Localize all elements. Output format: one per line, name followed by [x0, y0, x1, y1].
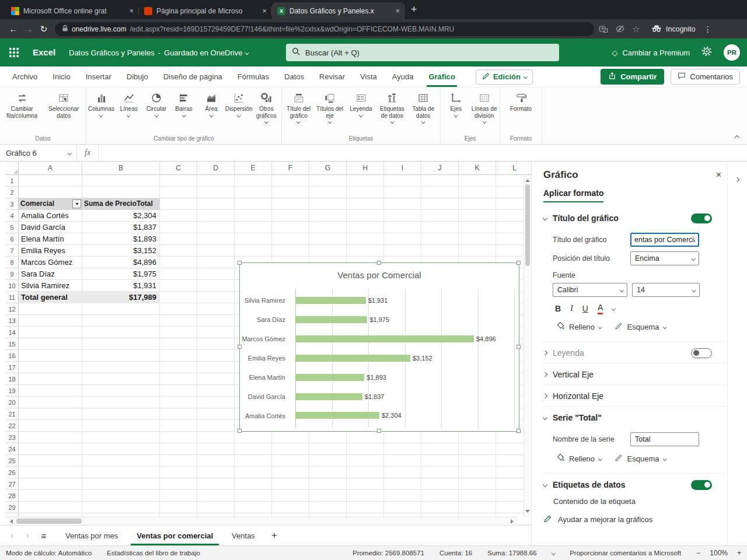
chart-selection-handle[interactable]	[377, 429, 381, 433]
scroll-down-icon[interactable]	[525, 510, 530, 515]
vertical-scroll-thumb[interactable]	[525, 184, 530, 266]
reload-icon[interactable]: ↻	[36, 24, 51, 34]
column-header-E[interactable]: E	[235, 162, 272, 175]
forward-icon[interactable]: →	[21, 24, 36, 34]
chart-selection-handle[interactable]	[516, 261, 521, 265]
column-header-C[interactable]: C	[160, 162, 197, 175]
row-header-3[interactable]: 3	[6, 198, 19, 210]
pivot-row-label[interactable]: Sara Díaz	[19, 268, 82, 280]
pivot-row-value[interactable]: $1,837	[82, 222, 160, 233]
row-header-17[interactable]: 17	[6, 362, 19, 373]
column-header-J[interactable]: J	[421, 162, 459, 175]
chart-bar[interactable]	[295, 316, 367, 323]
ribbon-button[interactable]: Líneas	[115, 90, 142, 134]
ribbon-button[interactable]: Tabla de datos	[408, 90, 439, 134]
add-sheet-button[interactable]: +	[271, 530, 277, 541]
ribbon-button[interactable]: Dispersión	[225, 90, 253, 134]
pivot-total-value[interactable]: $17,989	[82, 292, 160, 303]
column-header-F[interactable]: F	[272, 162, 309, 175]
zoom-in-button[interactable]: +	[737, 549, 741, 557]
ribbon-button[interactable]: Ejes	[442, 90, 470, 134]
search-box[interactable]	[286, 44, 559, 61]
expand-pane-icon[interactable]	[735, 177, 739, 182]
avatar[interactable]: PR	[724, 44, 740, 61]
sheet-list-menu-icon[interactable]: ≡	[35, 531, 53, 541]
ribbon-tab-inicio[interactable]: Inicio	[45, 66, 78, 87]
formula-input[interactable]	[99, 145, 747, 161]
pivot-row-value[interactable]: $1,975	[82, 268, 160, 280]
app-name[interactable]: Excel	[33, 47, 55, 57]
row-header-10[interactable]: 10	[6, 280, 19, 292]
section-horizontal-axis-header[interactable]: Horizontal Eje	[543, 386, 727, 406]
feedback-link[interactable]: Ayudar a mejorar la gráficos	[543, 514, 727, 525]
status-average[interactable]: Promedio: 2569.808571	[352, 550, 424, 556]
tab-close-icon[interactable]: ×	[129, 7, 134, 15]
row-header-7[interactable]: 7	[6, 245, 19, 257]
browser-menu-icon[interactable]: ⋮	[704, 24, 712, 34]
pivot-total-label[interactable]: Total general	[19, 292, 82, 303]
row-header-28[interactable]: 28	[6, 490, 19, 502]
chart-bar[interactable]	[295, 374, 364, 381]
row-header-15[interactable]: 15	[6, 338, 19, 350]
ribbon-tab-grfico[interactable]: Gráfico	[421, 66, 463, 87]
ribbon-button[interactable]: Cambiar fila/columna	[1, 90, 43, 134]
close-pane-icon[interactable]: ×	[716, 170, 721, 180]
font-size-select[interactable]: 14	[632, 283, 700, 297]
ribbon-button[interactable]: Etiquetas de datos	[376, 90, 407, 134]
data-labels-toggle[interactable]	[691, 480, 712, 490]
series-name-input[interactable]	[635, 435, 694, 443]
legend-toggle[interactable]	[691, 348, 712, 358]
ribbon-button[interactable]: Barras	[170, 90, 197, 134]
bookmark-star-icon[interactable]: ☆	[629, 24, 643, 34]
pivot-row-value[interactable]: $4,896	[82, 257, 160, 268]
tab-close-icon[interactable]: ×	[262, 7, 267, 15]
translate-icon[interactable]	[596, 24, 610, 34]
row-header-1[interactable]: 1	[6, 175, 19, 187]
row-header-23[interactable]: 23	[6, 432, 19, 443]
pivot-row-label[interactable]: Elena Martín	[19, 233, 82, 245]
status-sum[interactable]: Suma: 17988.66	[487, 550, 536, 556]
ribbon-button[interactable]: Títulos del eje	[314, 90, 345, 134]
chart-bar[interactable]	[295, 412, 379, 419]
row-header-22[interactable]: 22	[6, 420, 19, 432]
column-header-A[interactable]: A	[19, 162, 82, 175]
chart-selection-handle[interactable]	[377, 261, 381, 265]
row-header-9[interactable]: 9	[6, 268, 19, 280]
chart-bar[interactable]	[295, 297, 366, 304]
chart-title-toggle[interactable]	[691, 214, 712, 223]
new-tab-button[interactable]: +	[411, 4, 417, 15]
section-legend-header[interactable]: Leyenda	[543, 343, 727, 363]
font-color-button[interactable]: A	[598, 303, 603, 314]
ribbon-button[interactable]: Leyenda	[345, 90, 376, 134]
ribbon-button[interactable]: Columnas	[88, 90, 115, 134]
fill-button[interactable]: Relleno	[553, 319, 605, 334]
save-status[interactable]: Guardado en OneDrive	[164, 48, 242, 57]
row-header-21[interactable]: 21	[6, 408, 19, 420]
chart-title[interactable]: Ventas por Comercial	[240, 270, 519, 280]
column-header-K[interactable]: K	[459, 162, 496, 175]
workbook-stats-button[interactable]: Estadísticas del libro de trabajo	[107, 550, 200, 556]
comments-button[interactable]: Comentarios	[671, 69, 740, 85]
pivot-row-value[interactable]: $1,931	[82, 280, 160, 292]
column-header-D[interactable]: D	[197, 162, 235, 175]
row-header-18[interactable]: 18	[6, 373, 19, 385]
italic-button[interactable]: I	[570, 304, 573, 313]
row-header-13[interactable]: 13	[6, 315, 19, 327]
pane-tab-aplicar-formato[interactable]: Aplicar formato	[543, 188, 603, 202]
ribbon-tab-archivo[interactable]: Archivo	[5, 66, 45, 87]
share-button[interactable]: Compartir	[601, 69, 664, 85]
row-header-12[interactable]: 12	[6, 303, 19, 315]
column-header-G[interactable]: G	[309, 162, 347, 175]
settings-gear-icon[interactable]	[701, 46, 712, 59]
row-header-27[interactable]: 27	[6, 478, 19, 490]
url-bar[interactable]: onedrive.live.com/edit.aspx?resid=169D15…	[55, 22, 594, 36]
sheet-tab[interactable]: Ventas	[222, 526, 264, 545]
browser-tab[interactable]: Página principal de Microso×	[139, 2, 272, 19]
ribbon-tab-frmulas[interactable]: Fórmulas	[230, 66, 277, 87]
pivot-row-label[interactable]: Amalia Cortés	[19, 210, 82, 222]
row-header-11[interactable]: 11	[6, 292, 19, 303]
row-header-16[interactable]: 16	[6, 350, 19, 362]
pivot-header-cell[interactable]: Suma de PrecioTotal	[82, 198, 160, 210]
column-header-H[interactable]: H	[347, 162, 384, 175]
back-icon[interactable]: ←	[6, 24, 21, 34]
